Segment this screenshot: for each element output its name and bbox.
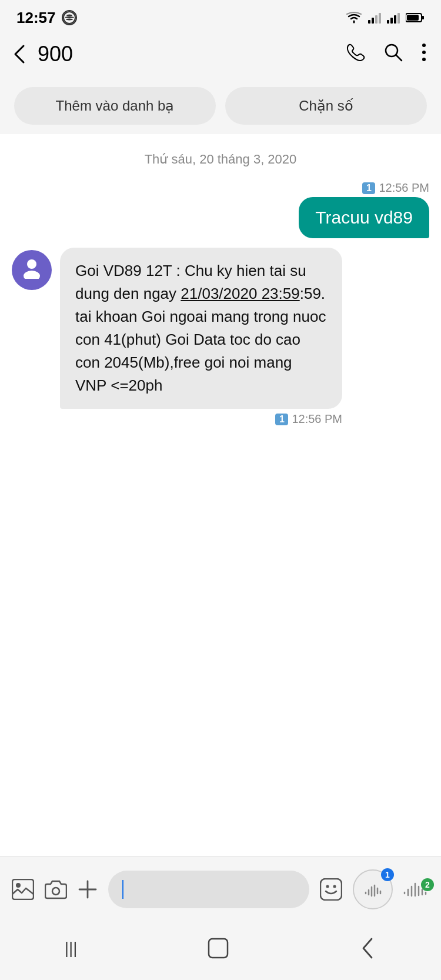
svg-point-20 xyxy=(27,259,36,269)
status-time: 12:57 xyxy=(16,9,56,27)
action-buttons-row: Thêm vào danh bạ Chặn số xyxy=(0,78,441,134)
nav-back-button[interactable] xyxy=(345,931,390,966)
svg-point-21 xyxy=(24,271,40,279)
svg-point-15 xyxy=(386,45,397,56)
svg-rect-27 xyxy=(320,879,342,900)
top-bar: 900 xyxy=(0,33,441,78)
battery-icon xyxy=(406,12,425,23)
signal2-icon xyxy=(387,12,400,24)
wifi-icon xyxy=(346,12,362,24)
svg-point-1 xyxy=(66,19,73,21)
back-arrow-icon xyxy=(12,42,28,66)
emoji-icon xyxy=(320,878,342,901)
status-bar: 12:57 xyxy=(0,0,441,33)
phone-icon xyxy=(346,42,366,62)
camera-button[interactable] xyxy=(45,879,67,899)
menu-icon: ||| xyxy=(65,939,78,958)
status-time-section: 12:57 xyxy=(16,9,77,27)
svg-point-29 xyxy=(333,885,336,888)
signal1-icon xyxy=(368,12,381,24)
contact-avatar-icon xyxy=(21,256,43,284)
sent-message-meta: 1 12:56 PM xyxy=(362,181,429,195)
sent-message-time: 12:56 PM xyxy=(379,181,429,195)
svg-rect-9 xyxy=(390,18,393,24)
camera-icon xyxy=(45,879,67,899)
svg-rect-10 xyxy=(394,15,396,24)
home-square-icon xyxy=(206,936,230,960)
back-button[interactable] xyxy=(12,42,28,66)
top-bar-actions xyxy=(346,42,427,66)
svg-point-3 xyxy=(66,15,72,16)
svg-rect-13 xyxy=(422,16,424,19)
status-icons xyxy=(346,12,425,24)
svg-point-2 xyxy=(65,16,74,18)
search-button[interactable] xyxy=(383,42,403,66)
message-input[interactable] xyxy=(108,871,309,908)
search-icon xyxy=(383,42,403,62)
mic-waveform-icon xyxy=(364,881,382,898)
nav-home-button[interactable] xyxy=(192,932,244,965)
received-message-row: Goi VD89 12T : Chu ky hien tai su dung d… xyxy=(12,248,429,426)
gallery-icon xyxy=(12,879,34,900)
avatar xyxy=(12,250,52,290)
sent-bubble: Tracuu vd89 xyxy=(299,197,429,238)
nav-back-icon xyxy=(359,935,376,961)
svg-point-18 xyxy=(422,51,426,54)
mic-button-1[interactable]: 1 xyxy=(353,869,393,909)
svg-rect-6 xyxy=(375,15,377,24)
received-message-meta: 1 12:56 PM xyxy=(275,412,342,426)
more-options-button[interactable] xyxy=(421,42,427,66)
spotify-svg xyxy=(63,11,76,24)
svg-rect-7 xyxy=(379,13,381,24)
svg-rect-14 xyxy=(407,15,419,21)
add-button[interactable] xyxy=(78,879,98,899)
svg-rect-22 xyxy=(12,879,34,899)
waveform-badge-2: 2 xyxy=(421,878,434,891)
sent-message-wrapper: 1 12:56 PM Tracuu vd89 xyxy=(299,181,429,238)
nav-menu-button[interactable]: ||| xyxy=(51,934,92,962)
chat-area: Thứ sáu, 20 tháng 3, 2020 1 12:56 PM Tra… xyxy=(0,134,441,856)
received-message-time: 12:56 PM xyxy=(292,412,342,426)
received-text-underline: 21/03/2020 23:59 xyxy=(181,285,299,302)
nav-bar: ||| xyxy=(0,921,441,980)
svg-point-28 xyxy=(326,885,329,888)
emoji-button[interactable] xyxy=(320,878,342,901)
svg-rect-43 xyxy=(209,939,228,958)
svg-rect-4 xyxy=(368,20,370,24)
spotify-icon xyxy=(62,10,77,25)
plus-icon xyxy=(78,879,98,899)
svg-point-19 xyxy=(422,58,426,61)
person-icon xyxy=(21,256,43,279)
mic-badge-1: 1 xyxy=(381,868,394,881)
svg-rect-5 xyxy=(372,18,374,24)
block-number-button[interactable]: Chặn số xyxy=(225,87,427,125)
svg-point-17 xyxy=(422,44,426,47)
waveform-button[interactable]: 2 xyxy=(403,881,429,898)
received-sim-badge: 1 xyxy=(275,414,288,425)
received-message-wrapper: Goi VD89 12T : Chu ky hien tai su dung d… xyxy=(60,248,342,426)
add-contact-button[interactable]: Thêm vào danh bạ xyxy=(14,87,216,125)
contact-name: 900 xyxy=(38,42,346,66)
sent-sim-badge: 1 xyxy=(362,182,375,194)
date-divider: Thứ sáu, 20 tháng 3, 2020 xyxy=(12,152,429,167)
received-bubble: Goi VD89 12T : Chu ky hien tai su dung d… xyxy=(60,248,342,409)
svg-rect-11 xyxy=(397,13,400,24)
bottom-bar: 1 2 xyxy=(0,856,441,921)
sent-message-row: 1 12:56 PM Tracuu vd89 xyxy=(12,181,429,238)
more-icon xyxy=(421,42,427,62)
svg-point-24 xyxy=(52,888,59,895)
svg-line-16 xyxy=(396,55,402,61)
svg-rect-8 xyxy=(387,20,389,24)
gallery-button[interactable] xyxy=(12,879,34,900)
text-cursor xyxy=(122,880,123,899)
call-button[interactable] xyxy=(346,42,366,66)
svg-point-23 xyxy=(16,883,21,888)
